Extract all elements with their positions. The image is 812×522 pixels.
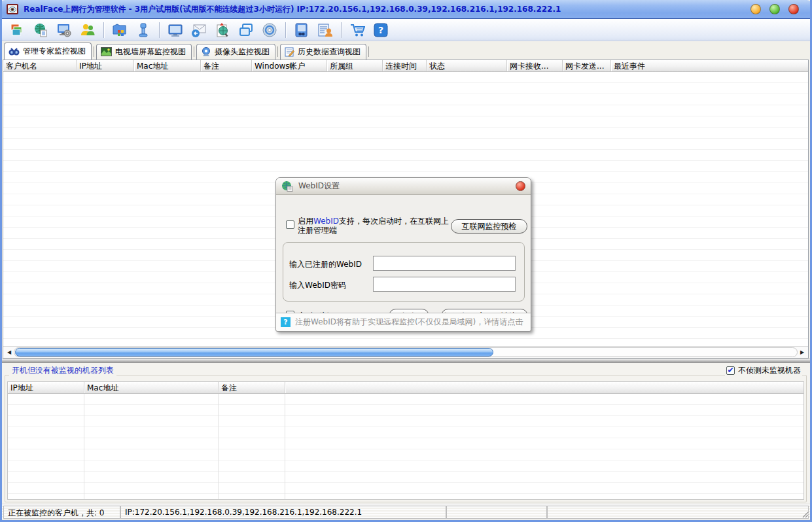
net-search-button[interactable]: [213, 20, 232, 40]
internet-precheck-button[interactable]: 互联网监控预检: [451, 219, 527, 234]
column-header[interactable]: Mac地址: [84, 382, 219, 393]
column-header[interactable]: Mac地址: [134, 60, 201, 71]
help-button[interactable]: ?: [371, 20, 391, 40]
search-document-icon: [215, 22, 230, 38]
column-header[interactable]: IP地址: [8, 382, 84, 393]
cart-button[interactable]: [347, 20, 367, 40]
webid-password-input[interactable]: [373, 277, 516, 292]
cart-icon: [349, 22, 365, 38]
users-button[interactable]: [78, 20, 97, 40]
usb-key-icon: [135, 22, 151, 38]
close-button[interactable]: [788, 4, 799, 14]
unmonitored-table-body: [8, 394, 803, 499]
footer-hint-text[interactable]: 注册WebID将有助于实现远程监控(不仅仅是局域网)，详情请点击: [295, 317, 523, 328]
status-panel-empty: [547, 506, 809, 519]
tab-separator: [194, 46, 194, 57]
status-monitored-count: 正在被监控的客户机，共: 0: [3, 506, 120, 519]
address-book-icon: [294, 22, 309, 38]
tab-separator: [368, 46, 369, 57]
status-panel-empty: [446, 506, 547, 519]
question-icon: ?: [281, 317, 291, 327]
monitor-settings-button[interactable]: [54, 20, 74, 40]
unmonitored-table: IP地址 Mac地址 备注: [7, 381, 804, 500]
mail-reply-icon: [191, 22, 207, 38]
tab-label: 电视墙屏幕监控视图: [115, 46, 186, 58]
enable-webid-checkbox-box[interactable]: [286, 220, 294, 229]
users-icon: [80, 22, 96, 38]
resize-grip[interactable]: [800, 510, 809, 519]
layers-icon: [9, 22, 25, 38]
app-eye-icon: [7, 4, 18, 14]
tv-wall-icon: [101, 47, 112, 56]
log-book-button[interactable]: [292, 20, 311, 40]
scroll-right-arrow[interactable]: ▶: [798, 347, 807, 358]
globe-doc-icon: [281, 181, 293, 192]
screens-button[interactable]: [236, 20, 256, 40]
folder-apps-icon: [112, 22, 128, 38]
column-gridline: [285, 394, 285, 499]
tab-label: 摄像头监控视图: [215, 46, 270, 58]
horizontal-scrollbar[interactable]: ◀ ▶: [3, 346, 808, 358]
column-header[interactable]: 网卡发送...: [563, 60, 611, 71]
tab-label: 历史数据查询视图: [298, 46, 361, 58]
column-header[interactable]: 网卡接收...: [507, 60, 563, 71]
app-window: RealFace上网行为管理软件 - 3用户试用版(试用版不能连续超过3小时运行…: [0, 0, 812, 522]
minimize-button[interactable]: [750, 4, 761, 14]
toolbar-separator: [159, 22, 160, 38]
remote-screen-button[interactable]: [166, 20, 185, 40]
web-config-button[interactable]: [31, 20, 50, 40]
dialog-body: 启用WebID支持，每次启动时，在互联网上注册管理端 互联网监控预检 输入已注册…: [276, 195, 531, 331]
dialog-titlebar: WebID设置: [276, 178, 531, 195]
user-list-icon: [317, 22, 333, 38]
user-log-button[interactable]: [315, 20, 335, 40]
column-gridline: [218, 394, 219, 499]
webid-input[interactable]: [373, 256, 516, 271]
column-gridline: [84, 394, 84, 499]
splitter-handle[interactable]: [2, 358, 810, 363]
unmonitored-table-header: IP地址 Mac地址 备注: [8, 382, 803, 394]
tab-bar: 管理专家监控视图 电视墙屏幕监控视图 摄像头监控视图 历史数据查询视图: [2, 41, 810, 60]
tab-admin-expert-view[interactable]: 管理专家监控视图: [4, 43, 92, 60]
column-header[interactable]: 连接时间: [383, 60, 427, 71]
tab-separator: [277, 46, 278, 57]
svg-text:?: ?: [378, 25, 383, 35]
titlebar: RealFace上网行为管理软件 - 3用户试用版(试用版不能连续超过3小时运行…: [0, 0, 812, 19]
scrollbar-thumb[interactable]: [15, 348, 493, 357]
scrollbar-track[interactable]: [14, 347, 798, 357]
checkbox-checked-icon[interactable]: ✔: [726, 366, 735, 375]
tab-tv-wall-view[interactable]: 电视墙屏幕监控视图: [96, 44, 192, 60]
scroll-left-arrow[interactable]: ◀: [5, 347, 14, 358]
toolbar-separator: [341, 22, 342, 38]
maximize-button[interactable]: [769, 4, 780, 14]
column-header[interactable]: 客户机名: [3, 60, 77, 71]
camera-icon: [201, 47, 211, 57]
layers-button[interactable]: [7, 20, 27, 40]
enable-webid-checkbox[interactable]: 启用WebID支持，每次启动时，在互联网上注册管理端: [286, 217, 450, 235]
column-header[interactable]: 备注: [201, 60, 252, 71]
no-detect-checkbox[interactable]: ✔ 不侦测未监视机器: [725, 365, 802, 376]
window-title: RealFace上网行为管理软件 - 3用户试用版(试用版不能连续超过3小时运行…: [24, 4, 750, 15]
column-header: [285, 382, 803, 393]
column-header[interactable]: 状态: [427, 60, 507, 71]
tab-camera-view[interactable]: 摄像头监控视图: [196, 44, 275, 60]
history-doc-icon: [285, 47, 294, 57]
column-header[interactable]: Windows帐户: [252, 60, 327, 71]
column-header[interactable]: 备注: [219, 382, 285, 393]
app-folder-button[interactable]: [110, 20, 130, 40]
column-header[interactable]: 所属组: [327, 60, 383, 71]
unmonitored-machines-panel: 开机但没有被监视的机器列表 ✔ 不侦测未监视机器 IP地址 Mac地址 备注: [3, 363, 809, 504]
enable-webid-label: 启用WebID支持，每次启动时，在互联网上注册管理端: [298, 217, 450, 235]
tab-label: 管理专家监控视图: [23, 46, 86, 57]
message-reply-button[interactable]: [189, 20, 209, 40]
usb-key-button[interactable]: [133, 20, 153, 40]
webid-dialog: WebID设置 启用WebID支持，每次启动时，在互联网上注册管理端 互联网监控…: [275, 177, 531, 332]
password-field-label: 输入WebID密码: [289, 280, 346, 291]
disc-button[interactable]: [260, 20, 279, 40]
tab-history-view[interactable]: 历史数据查询视图: [280, 44, 366, 60]
column-header[interactable]: IP地址: [77, 60, 134, 71]
toolbar: ?: [2, 19, 810, 41]
window-controls: [750, 4, 799, 14]
dialog-footer: ? 注册WebID将有助于实现远程监控(不仅仅是局域网)，详情请点击: [276, 313, 531, 331]
column-header[interactable]: 最近事件: [611, 60, 808, 71]
dialog-close-button[interactable]: [516, 181, 525, 191]
